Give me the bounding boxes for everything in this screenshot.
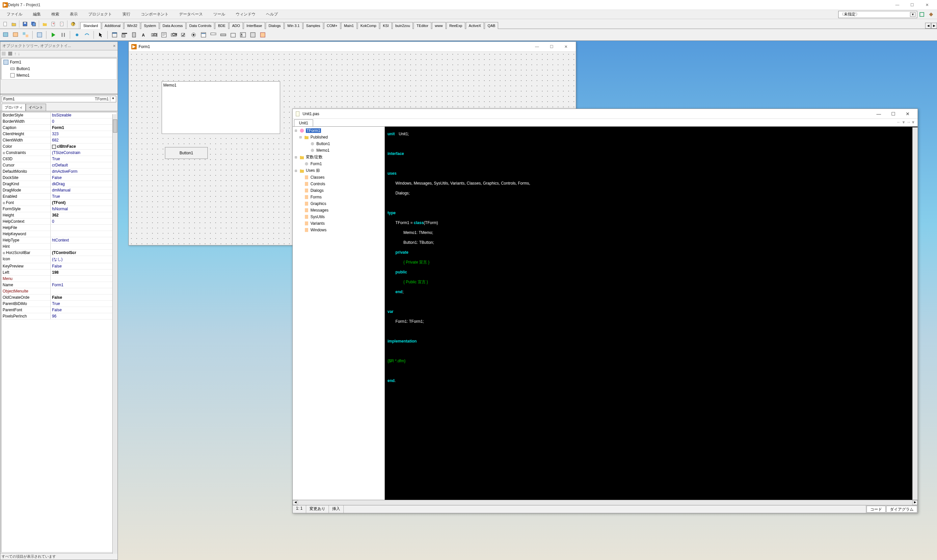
nav-back-icon[interactable]: ← <box>897 120 901 126</box>
property-value[interactable]: Form1 <box>51 125 117 131</box>
property-value[interactable]: True <box>51 301 117 307</box>
property-value[interactable]: crDefault <box>51 162 117 168</box>
property-row[interactable]: ColorclBtnFace <box>1 143 117 150</box>
inspector-object-combo[interactable]: Form1 TForm1 ▼ <box>2 96 116 102</box>
tab-samples[interactable]: Samples <box>303 22 323 29</box>
property-value[interactable]: 0 <box>51 118 117 125</box>
property-row[interactable]: ParentBiDiMoTrue <box>1 301 117 307</box>
property-row[interactable]: ClientHeight323 <box>1 131 117 137</box>
tree-tool-icon[interactable] <box>1 51 6 56</box>
tree-form1-var[interactable]: Form1 <box>293 160 384 167</box>
property-value[interactable]: False <box>51 307 117 313</box>
edit-icon[interactable]: ab| <box>149 30 159 40</box>
scrollbar-thumb[interactable] <box>113 120 117 132</box>
code-close[interactable]: ✕ <box>900 111 915 117</box>
property-value[interactable]: False <box>51 294 117 300</box>
project-combo[interactable]: 〈未指定〉 ▼ <box>838 11 917 18</box>
tree-uses[interactable]: ⊟Uses 節 <box>293 167 384 174</box>
remove-file-icon[interactable]: - <box>58 20 66 28</box>
property-value[interactable]: dmManual <box>51 187 117 193</box>
property-row[interactable]: Icon(なし) <box>1 256 117 263</box>
tab-events[interactable]: イベント <box>26 104 46 111</box>
tree-uses-item[interactable]: Dialogs <box>293 187 384 194</box>
new-form-icon[interactable] <box>35 30 44 40</box>
tree-uses-item[interactable]: Forms <box>293 194 384 200</box>
tree-published[interactable]: ⊟Published <box>293 134 384 140</box>
add-file-icon[interactable]: + <box>49 20 57 28</box>
checkbox-icon[interactable] <box>179 30 188 40</box>
status-tab-code[interactable]: コード <box>866 506 886 512</box>
toggle-form-unit-icon[interactable] <box>21 30 30 40</box>
tree-uses-item[interactable]: SysUtils <box>293 214 384 220</box>
code-maximize[interactable]: ☐ <box>886 111 900 117</box>
scroll-track[interactable] <box>298 500 912 505</box>
status-tab-diagram[interactable]: ダイアグラム <box>886 506 917 512</box>
tree-uses-item[interactable]: Windows <box>293 227 384 233</box>
tab-system[interactable]: System <box>141 22 159 29</box>
tab-properties[interactable]: プロパティ <box>2 104 26 111</box>
mainmenu-icon[interactable] <box>120 30 129 40</box>
property-grid[interactable]: BorderStylebsSizeableBorderWidth0Caption… <box>1 112 117 552</box>
combobox-icon[interactable] <box>209 30 218 40</box>
property-row[interactable]: BorderStylebsSizeable <box>1 112 117 118</box>
new-icon[interactable] <box>1 20 9 28</box>
property-row[interactable]: ObjectMenuIte <box>1 288 117 294</box>
view-form-icon[interactable] <box>1 30 11 40</box>
property-value[interactable] <box>51 288 117 294</box>
property-row[interactable]: CursorcrDefault <box>1 162 117 168</box>
form-maximize[interactable]: ☐ <box>544 45 559 49</box>
tab-kokcomp[interactable]: KokComp <box>358 22 379 29</box>
tab-additional[interactable]: Additional <box>102 22 123 29</box>
tool-icon-1[interactable] <box>918 11 926 18</box>
property-row[interactable]: OldCreateOrdeFalse <box>1 294 117 301</box>
property-value[interactable]: False <box>51 175 117 181</box>
down-arrow-icon[interactable]: ↓ <box>18 51 20 56</box>
nav-fwd-dd-icon[interactable]: ▾ <box>912 120 914 126</box>
tab-activex[interactable]: ActiveX <box>466 22 484 29</box>
actionlist-icon[interactable] <box>258 30 267 40</box>
tab-ksi[interactable]: KSI <box>380 22 392 29</box>
property-row[interactable]: Ctl3DTrue <box>1 156 117 162</box>
run-icon[interactable] <box>49 30 58 40</box>
property-row[interactable]: PixelsPerInch96 <box>1 313 117 320</box>
scroll-right-icon[interactable]: ▶ <box>912 500 918 505</box>
property-row[interactable]: HelpContext0 <box>1 218 117 225</box>
property-value[interactable]: False <box>51 263 117 269</box>
form-minimize[interactable]: — <box>530 45 544 49</box>
menu-run[interactable]: 実行 <box>117 10 136 18</box>
tab-qab[interactable]: QAB <box>485 22 498 29</box>
tree-uses-item[interactable]: Classes <box>293 174 384 181</box>
tab-reeexp[interactable]: ReeExp <box>447 22 465 29</box>
tab-data-access[interactable]: Data Access <box>160 22 186 29</box>
property-row[interactable]: DragModedmManual <box>1 187 117 194</box>
close-button[interactable]: ✕ <box>920 0 934 9</box>
tree-vars[interactable]: ⊟変数/定数 <box>293 154 384 160</box>
popupmenu-icon[interactable] <box>130 30 139 40</box>
property-value[interactable]: 198 <box>51 269 117 275</box>
button-component[interactable]: Button1 <box>165 147 208 159</box>
tree-uses-item[interactable]: Messages <box>293 207 384 214</box>
tab-standard[interactable]: Standard <box>80 22 101 29</box>
tab-win31[interactable]: Win 3.1 <box>284 22 302 29</box>
property-row[interactable]: Hint <box>1 243 117 250</box>
property-row[interactable]: Font(TFont) <box>1 200 117 206</box>
property-value[interactable]: 362 <box>51 212 117 218</box>
tab-interbase[interactable]: InterBase <box>243 22 265 29</box>
property-value[interactable]: (TSizeConstrain <box>51 150 117 155</box>
tree-uses-item[interactable]: Graphics <box>293 200 384 207</box>
minimize-button[interactable]: — <box>890 0 905 9</box>
property-row[interactable]: NameForm1 <box>1 282 117 288</box>
tab-win32[interactable]: Win32 <box>124 22 140 29</box>
open-project-icon[interactable] <box>41 20 49 28</box>
tab-scroll-right[interactable]: ▶ <box>931 23 937 29</box>
tab-complus[interactable]: COM+ <box>324 22 341 29</box>
step-over-icon[interactable] <box>82 30 91 40</box>
menu-edit[interactable]: 編集 <box>28 10 46 18</box>
property-row[interactable]: CaptionForm1 <box>1 125 117 131</box>
tree-memo1[interactable]: Memo1 <box>293 147 384 154</box>
scrollbar-icon[interactable] <box>219 30 228 40</box>
property-row[interactable]: EnabledTrue <box>1 194 117 200</box>
code-editor[interactable]: unit Unit1; interface uses Windows, Mess… <box>385 127 918 500</box>
memo-component[interactable]: Memo1 <box>162 81 280 134</box>
tab-bde[interactable]: BDE <box>215 22 228 29</box>
